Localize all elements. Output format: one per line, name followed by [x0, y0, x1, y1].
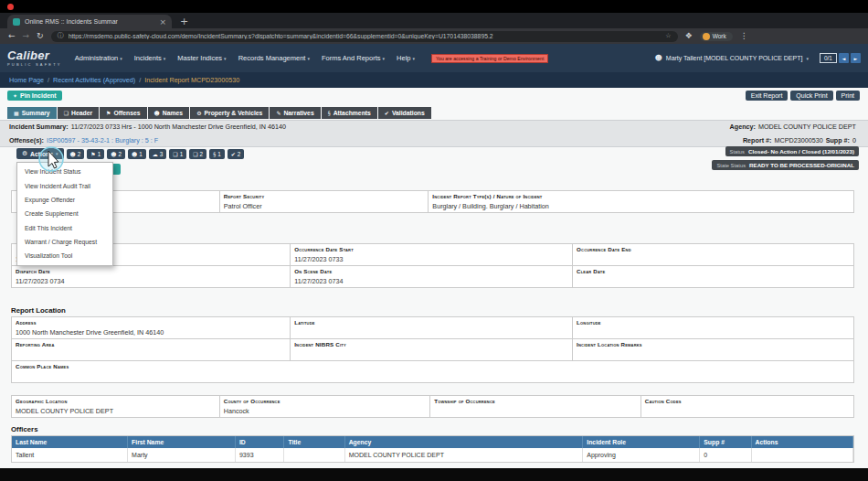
field-value: 11/27/2023 0733	[294, 255, 568, 263]
check-icon: ✔	[231, 151, 236, 157]
breadcrumb-recent-activities[interactable]: Recent Activities (Approved)	[53, 76, 135, 84]
site-info-icon[interactable]: ⓘ	[58, 33, 64, 39]
officer-last-name: Tallent	[12, 448, 128, 462]
brand-subtitle: PUBLIC SAFETY	[7, 63, 62, 67]
narratives-count-badge[interactable]: ❑1	[169, 149, 186, 159]
menu-item-warrant-charge-request[interactable]: Warrant / Charge Request	[17, 235, 112, 249]
offenses-count-badge[interactable]: ⚑1	[87, 149, 104, 159]
exit-report-button[interactable]: Exit Report	[746, 91, 789, 101]
user-menu[interactable]: ☻ Marty Tallent [MODEL COUNTY POLICE DEP…	[654, 54, 809, 62]
print-button[interactable]: Print	[836, 91, 860, 101]
actions-dropdown-button[interactable]: ⚙ Actions ▾	[16, 148, 64, 159]
pager-next-button[interactable]: ►	[851, 53, 861, 63]
form-group-geography: Geographic LocationMODEL COUNTY POLICE D…	[11, 395, 854, 418]
persons-count-badge[interactable]: ☻2	[67, 149, 85, 159]
field-value: 11/27/2023 0734	[294, 277, 568, 285]
form-cell-address: Address1000 North Manchester Drive Green…	[12, 317, 291, 339]
nav-forms-and-reports[interactable]: Forms And Reports▾	[322, 54, 385, 62]
quick-print-button[interactable]: Quick Print	[790, 91, 832, 101]
paperclip-icon: §	[213, 151, 216, 157]
chevron-down-icon: ▾	[307, 56, 310, 61]
tab-header[interactable]: ❑Header	[58, 107, 99, 119]
browser-tab[interactable]: Online RMS :: Incidents Summar ×	[7, 15, 172, 28]
form-cell-occurrence-date-start: Occurrence Date Start11/27/2023 0733	[291, 244, 573, 266]
tab-close-icon[interactable]: ×	[159, 17, 166, 27]
gear-icon: ⚙	[22, 150, 27, 157]
tab-property-vehicles[interactable]: ⚙Property & Vehicles	[190, 107, 269, 119]
bookmark-star-icon[interactable]: ☆	[665, 33, 671, 39]
tab-title: Online RMS :: Incidents Summar	[25, 18, 154, 25]
browser-menu-icon[interactable]: ⋮	[740, 32, 748, 40]
nav-master-indices[interactable]: Master Indices▾	[177, 54, 226, 62]
menu-item-visualization-tool[interactable]: Visualization Tool	[17, 249, 112, 262]
form-group-dates: 11/27/2023 0735 Occurrence Date Start11/…	[11, 243, 854, 288]
back-icon[interactable]: ←	[8, 32, 16, 40]
record-pager: 0/1 ◄ ►	[820, 53, 861, 63]
menu-item-create-supplement[interactable]: Create Supplement	[17, 207, 112, 220]
field-value	[16, 372, 850, 380]
person-icon: ☻	[132, 151, 137, 157]
field-value	[577, 255, 850, 263]
field-label: On Scene Date	[294, 268, 568, 275]
property-gear-icon: ⚙	[196, 110, 201, 116]
flag-icon: ⚑	[90, 151, 95, 157]
extensions-icon[interactable]: ❖	[685, 32, 693, 40]
attachments-count-badge[interactable]: §1	[209, 149, 225, 159]
nav-help[interactable]: Help▾	[397, 54, 415, 62]
col-agency: Agency	[345, 436, 584, 448]
names-person-icon: ☻	[154, 110, 160, 116]
form-group-location: Address1000 North Manchester Drive Green…	[11, 316, 854, 383]
field-label: Common Place Names	[16, 363, 850, 370]
supp-number: 0	[852, 136, 856, 144]
tab-offenses[interactable]: ⚑Offenses	[100, 107, 146, 119]
tab-narratives[interactable]: ✎Narratives	[270, 107, 320, 119]
officers-count-badge[interactable]: ☻1	[128, 149, 146, 159]
nav-incidents[interactable]: Incidents▾	[134, 54, 166, 62]
menu-item-view-incident-audit-trail[interactable]: View Incident Audit Trail	[17, 178, 112, 192]
actions-row: ⚙ Actions ▾ ☻2 ⚑1 ☻2 ☻1 ☁3 ❑1 ❑2 §1 ✔2	[16, 148, 244, 159]
tab-names[interactable]: ☻Names	[148, 107, 190, 119]
field-value: Hancock	[224, 407, 427, 415]
page-icon: ❑	[173, 151, 177, 157]
pin-incident-button[interactable]: ✦ Pin Incident	[7, 91, 62, 101]
names-count-badge[interactable]: ☻2	[107, 149, 125, 159]
browser-profile-chip[interactable]: Work	[700, 32, 733, 41]
new-tab-button[interactable]: +	[180, 16, 188, 27]
chevron-down-icon: ▾	[383, 56, 386, 61]
nav-administration[interactable]: Administration▾	[75, 54, 122, 62]
officer-actions	[752, 448, 853, 462]
menu-item-expunge-offender[interactable]: Expunge Offender	[17, 193, 112, 207]
pager-prev-button[interactable]: ◄	[839, 53, 849, 63]
form-cell-geographic-location: Geographic LocationMODEL COUNTY POLICE D…	[12, 396, 220, 418]
field-label: Caution Codes	[645, 398, 850, 405]
tab-summary[interactable]: ▦Summary	[7, 107, 57, 119]
property-count-badge[interactable]: ☁3	[149, 149, 167, 159]
nav-records-management[interactable]: Records Management▾	[238, 54, 310, 62]
validations-count-badge[interactable]: ✔2	[228, 149, 245, 159]
breadcrumb-home[interactable]: Home Page	[9, 76, 44, 84]
field-value	[16, 350, 286, 358]
address-link[interactable]: 1000 North Manchester Drive Greenfield, …	[16, 328, 286, 337]
forward-icon[interactable]: →	[23, 32, 30, 40]
address-bar[interactable]: ⓘ https://rmsdemo.public-safety-cloud.co…	[51, 31, 678, 42]
tab-favicon-icon	[13, 18, 20, 26]
form-cell-on-scene-date: On Scene Date11/27/2023 0734	[291, 266, 573, 288]
field-label: Latitude	[294, 319, 568, 326]
reload-icon[interactable]: ↻	[37, 32, 44, 40]
field-value	[294, 328, 568, 337]
field-value	[577, 350, 850, 358]
breadcrumb-current: Incident Report MCPD23000530	[144, 76, 239, 84]
tab-validations[interactable]: ✔Validations	[378, 107, 431, 119]
offense-link[interactable]: ISP00597 - 35-43-2-1 : Burglary : 5 : F	[47, 136, 158, 144]
field-value: Burglary / Building. Burglary / Habitati…	[432, 202, 850, 210]
breadcrumb-separator: /	[139, 76, 141, 84]
page-icon: ❑	[193, 151, 197, 157]
field-value	[294, 350, 568, 358]
field-value: 11/27/2023 0734	[16, 277, 286, 285]
tab-attachments[interactable]: §Attachments	[322, 107, 377, 119]
field-value	[645, 407, 850, 415]
col-supp: Supp #	[700, 436, 751, 448]
menu-item-edit-this-incident[interactable]: Edit This Incident	[17, 221, 112, 235]
supplements-count-badge[interactable]: ❑2	[189, 149, 206, 159]
menu-item-view-incident-status[interactable]: View Incident Status	[17, 165, 112, 178]
